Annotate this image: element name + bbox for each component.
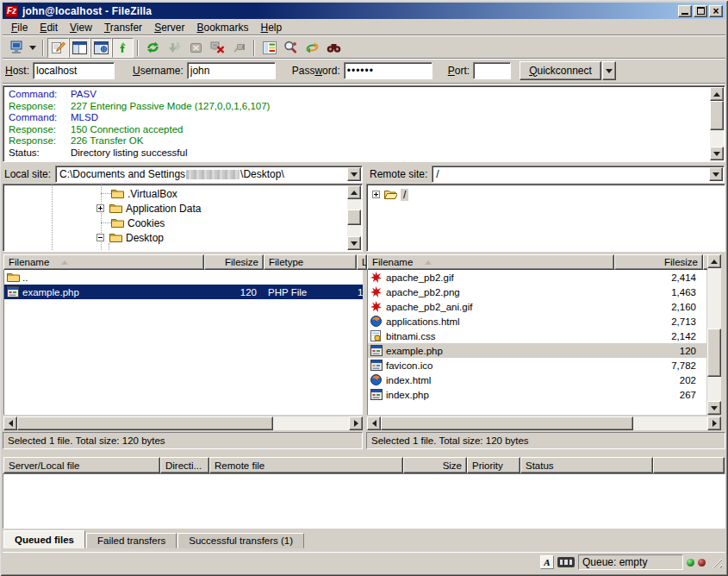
toggle-transfer-queue-button[interactable]	[112, 38, 134, 58]
tab-queued-files[interactable]: Queued files	[3, 530, 85, 548]
tab-successful-transfers[interactable]: Successful transfers (1)	[177, 533, 304, 548]
column-header-remote-file[interactable]: Remote file	[209, 457, 403, 473]
scrollbar-thumb[interactable]	[381, 416, 633, 430]
file-row[interactable]: applications.html 2,713	[368, 314, 706, 329]
cancel-operation-button[interactable]	[185, 38, 207, 58]
local-site-bar: Local site: C:\Documents and Settings\De…	[4, 165, 363, 184]
host-input[interactable]	[33, 62, 115, 79]
file-row[interactable]: index.html 202	[368, 373, 706, 387]
menu-edit[interactable]: Edit	[34, 21, 64, 34]
synchronized-browsing-icon	[305, 41, 320, 54]
file-row[interactable]: bitnami.css 2,142	[368, 329, 706, 343]
site-manager-dropdown-button[interactable]	[27, 38, 39, 58]
directory-comparison-button[interactable]	[280, 38, 302, 58]
password-input[interactable]	[344, 62, 432, 79]
scrollbar-thumb[interactable]	[347, 210, 361, 225]
column-header-filename[interactable]: Filename	[3, 254, 204, 270]
reconnect-button[interactable]	[228, 38, 250, 58]
scroll-up-button[interactable]	[707, 254, 721, 268]
column-header-lastmodified[interactable]: L	[357, 254, 367, 270]
port-input[interactable]	[473, 62, 511, 79]
maximize-button[interactable]	[694, 5, 707, 17]
disconnect-button[interactable]	[207, 38, 228, 58]
remote-site-combobox[interactable]: /	[432, 166, 725, 183]
file-row[interactable]: apache_pb2_ani.gif 2,160	[368, 299, 706, 314]
tree-item-application-data[interactable]: Application Data	[96, 201, 201, 216]
menu-help[interactable]: Help	[255, 21, 289, 34]
column-header-filesize[interactable]: Filesize	[204, 254, 264, 270]
expand-icon[interactable]	[372, 191, 380, 198]
find-files-button[interactable]	[323, 38, 345, 58]
directory-listing-filters-button[interactable]	[258, 38, 280, 58]
scroll-right-button[interactable]	[349, 416, 363, 430]
toggle-message-log-button[interactable]	[47, 38, 69, 58]
menu-server[interactable]: Server	[148, 21, 190, 34]
data-type-indicator-icon[interactable]: A	[540, 555, 554, 569]
scroll-left-button[interactable]	[3, 416, 17, 430]
local-site-combobox[interactable]: C:\Documents and Settings\Desktop\	[55, 166, 363, 183]
column-header-server-local-file[interactable]: Server/Local file	[3, 457, 160, 473]
tree-item-virtualbox[interactable]: .VirtualBox	[111, 186, 177, 201]
local-site-dropdown-button[interactable]	[347, 167, 361, 181]
menu-transfer[interactable]: Transfer	[98, 21, 148, 34]
scroll-right-button[interactable]	[707, 416, 721, 430]
file-row-example-php[interactable]: example.php 120 PHP File 1	[4, 285, 363, 299]
remote-list-scrollbar[interactable]	[707, 254, 721, 415]
synchronized-browsing-button[interactable]	[302, 38, 323, 58]
window-title: john@localhost - FileZilla	[22, 5, 152, 17]
expand-icon[interactable]	[96, 204, 104, 212]
scroll-down-button[interactable]	[347, 236, 361, 250]
menu-file[interactable]: File	[5, 21, 34, 34]
remote-list-hscrollbar[interactable]	[367, 416, 721, 430]
refresh-button[interactable]	[142, 38, 164, 58]
close-button[interactable]: ×	[709, 5, 723, 17]
scroll-left-button[interactable]	[367, 416, 381, 430]
scrollbar-thumb[interactable]	[707, 329, 721, 377]
tree-item-root[interactable]: /	[372, 187, 408, 202]
site-manager-icon	[9, 41, 24, 55]
remote-path: /	[432, 168, 708, 180]
scroll-up-button[interactable]	[347, 185, 361, 199]
scrollbar-thumb[interactable]	[17, 416, 273, 430]
local-list-hscrollbar[interactable]	[3, 416, 363, 430]
scroll-down-button[interactable]	[707, 401, 721, 415]
quickconnect-dropdown-button[interactable]	[602, 61, 616, 80]
column-header-filename[interactable]: Filename	[367, 254, 614, 270]
tree-guide	[101, 193, 111, 194]
file-row-parent-dir[interactable]: ..	[4, 270, 363, 285]
quickconnect-button[interactable]: Quickconnect	[520, 61, 601, 80]
menu-bookmarks[interactable]: Bookmarks	[190, 21, 254, 34]
scroll-up-button[interactable]	[710, 87, 724, 101]
toggle-remote-tree-button[interactable]	[90, 38, 112, 58]
column-header-filetype[interactable]: Filetype	[264, 254, 357, 270]
tab-failed-transfers[interactable]: Failed transfers	[86, 533, 177, 548]
username-input[interactable]	[187, 62, 276, 79]
scroll-down-button[interactable]	[710, 147, 724, 160]
process-queue-button[interactable]	[164, 38, 185, 58]
column-header-status[interactable]: Status	[520, 457, 653, 473]
tree-item-desktop[interactable]: Desktop	[96, 230, 164, 245]
file-row[interactable]: index.php 267	[368, 387, 706, 402]
file-row[interactable]: apache_pb2.gif 2,414	[368, 270, 706, 285]
speed-limits-icon[interactable]	[557, 557, 575, 567]
site-manager-button[interactable]	[5, 38, 27, 58]
file-row[interactable]: apache_pb2.png 1,463	[368, 285, 706, 299]
maximize-icon	[697, 7, 705, 15]
column-header-priority[interactable]: Priority	[467, 457, 520, 473]
queue-list[interactable]	[3, 473, 725, 529]
column-header-filesize[interactable]: Filesize	[614, 254, 703, 270]
collapse-icon[interactable]	[96, 234, 104, 241]
file-row-example-php[interactable]: example.php 120	[368, 343, 706, 358]
minimize-button[interactable]	[678, 5, 692, 17]
local-tree-scrollbar[interactable]	[347, 185, 361, 250]
column-header-size[interactable]: Size	[403, 457, 467, 473]
file-row[interactable]: favicon.ico 7,782	[368, 358, 706, 373]
menu-view[interactable]: View	[64, 21, 98, 34]
log-scrollbar[interactable]	[710, 87, 724, 160]
scrollbar-thumb[interactable]	[710, 101, 724, 130]
tree-item-cookies[interactable]: Cookies	[111, 216, 165, 230]
column-header-direction[interactable]: Directi...	[160, 457, 209, 473]
resize-grip[interactable]	[711, 557, 722, 568]
remote-site-dropdown-button[interactable]	[709, 167, 723, 181]
toggle-local-tree-button[interactable]	[69, 38, 90, 58]
